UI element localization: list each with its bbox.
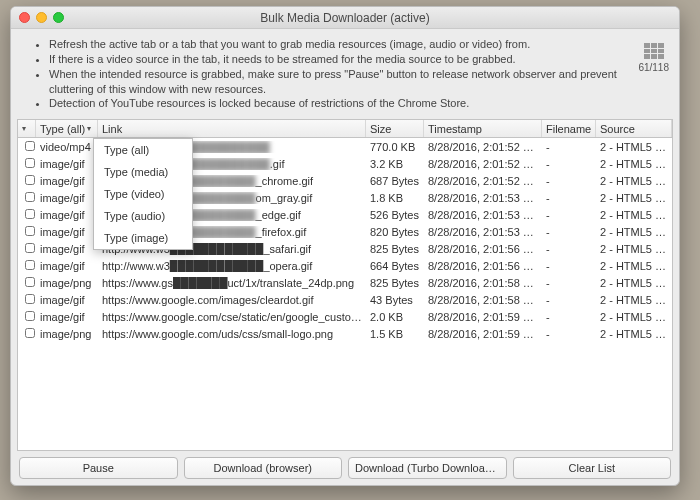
row-checkbox[interactable] (25, 294, 35, 304)
cell-type: image/png (36, 277, 98, 289)
titlebar: Bulk Media Downloader (active) (11, 7, 679, 29)
cell-source: 2 - HTML5 Video (596, 243, 672, 255)
table-row[interactable]: image/pnghttps://www.gs███████uct/1x/tra… (18, 274, 672, 291)
column-checkbox[interactable]: ▾ (18, 120, 36, 137)
cell-type: image/gif (36, 175, 98, 187)
row-checkbox[interactable] (25, 141, 35, 151)
cell-timestamp: 8/28/2016, 2:01:59 PM (424, 311, 542, 323)
download-tdm-button[interactable]: Download (Turbo Download Mana... (348, 457, 507, 479)
clear-list-button[interactable]: Clear List (513, 457, 672, 479)
row-checkbox[interactable] (25, 243, 35, 253)
table-row[interactable]: image/gifhttps://www.google.com/images/c… (18, 291, 672, 308)
cell-filename: - (542, 243, 596, 255)
row-checkbox[interactable] (25, 175, 35, 185)
cell-timestamp: 8/28/2016, 2:01:52 PM (424, 158, 542, 170)
cell-filename: - (542, 158, 596, 170)
instruction-item: Refresh the active tab or a tab that you… (49, 37, 619, 52)
instructions-panel: Refresh the active tab or a tab that you… (11, 29, 679, 119)
cell-source: 2 - HTML5 Video (596, 294, 672, 306)
cell-timestamp: 8/28/2016, 2:01:58 PM (424, 294, 542, 306)
cell-source: 2 - HTML5 Video (596, 328, 672, 340)
column-type-label: Type (all) (40, 123, 85, 135)
cell-timestamp: 8/28/2016, 2:01:56 PM (424, 260, 542, 272)
window-maximize-button[interactable] (53, 12, 64, 23)
window-title: Bulk Media Downloader (active) (11, 11, 679, 25)
cell-link: https://www.google.com/cse/static/en/goo… (98, 311, 366, 323)
cell-size: 2.0 KB (366, 311, 424, 323)
cell-type: image/gif (36, 158, 98, 170)
row-checkbox[interactable] (25, 277, 35, 287)
app-window: Bulk Media Downloader (active) Refresh t… (10, 6, 680, 486)
window-minimize-button[interactable] (36, 12, 47, 23)
instruction-item: When the intended resource is grabbed, m… (49, 67, 619, 97)
cell-size: 825 Bytes (366, 243, 424, 255)
chevron-down-icon: ▾ (87, 124, 91, 133)
row-checkbox[interactable] (25, 192, 35, 202)
cell-link: https://www.gs███████uct/1x/translate_24… (98, 277, 366, 289)
cell-filename: - (542, 277, 596, 289)
type-filter-dropdown: Type (all) Type (media) Type (video) Typ… (93, 138, 193, 250)
dropdown-item-audio[interactable]: Type (audio) (94, 205, 192, 227)
grid-icon (644, 43, 664, 59)
dropdown-item-video[interactable]: Type (video) (94, 183, 192, 205)
media-table: ▾ Type (all) ▾ Link Size Timestamp Filen… (17, 119, 673, 451)
column-type[interactable]: Type (all) ▾ (36, 120, 98, 137)
cell-size: 687 Bytes (366, 175, 424, 187)
cell-source: 2 - HTML5 Video (596, 158, 672, 170)
table-row[interactable]: image/gifhttp://www.w3████████████_opera… (18, 257, 672, 274)
dropdown-item-media[interactable]: Type (media) (94, 161, 192, 183)
row-checkbox[interactable] (25, 158, 35, 168)
cell-link: http://www.w3████████████_opera.gif (98, 260, 366, 272)
cell-timestamp: 8/28/2016, 2:01:53 PM (424, 209, 542, 221)
cell-type: image/gif (36, 311, 98, 323)
cell-filename: - (542, 294, 596, 306)
row-checkbox[interactable] (25, 328, 35, 338)
row-checkbox[interactable] (25, 209, 35, 219)
cell-size: 770.0 KB (366, 141, 424, 153)
cell-size: 825 Bytes (366, 277, 424, 289)
row-checkbox[interactable] (25, 311, 35, 321)
table-row[interactable]: image/gifhttps://www.google.com/cse/stat… (18, 308, 672, 325)
cell-filename: - (542, 141, 596, 153)
cell-timestamp: 8/28/2016, 2:01:59 PM (424, 328, 542, 340)
cell-timestamp: 8/28/2016, 2:01:53 PM (424, 226, 542, 238)
cell-filename: - (542, 226, 596, 238)
column-source[interactable]: Source (596, 120, 672, 137)
column-link[interactable]: Link (98, 120, 366, 137)
table-row[interactable]: image/pnghttps://www.google.com/uds/css/… (18, 325, 672, 342)
cell-type: image/gif (36, 226, 98, 238)
window-close-button[interactable] (19, 12, 30, 23)
dropdown-item-all[interactable]: Type (all) (94, 139, 192, 161)
cell-filename: - (542, 175, 596, 187)
table-header: ▾ Type (all) ▾ Link Size Timestamp Filen… (18, 120, 672, 138)
cell-size: 1.5 KB (366, 328, 424, 340)
column-size[interactable]: Size (366, 120, 424, 137)
cell-size: 3.2 KB (366, 158, 424, 170)
cell-size: 1.8 KB (366, 192, 424, 204)
row-checkbox[interactable] (25, 226, 35, 236)
cell-filename: - (542, 311, 596, 323)
cell-timestamp: 8/28/2016, 2:01:52 PM (424, 175, 542, 187)
counter-widget[interactable]: 61/118 (638, 43, 669, 75)
cell-type: image/gif (36, 294, 98, 306)
cell-size: 526 Bytes (366, 209, 424, 221)
cell-source: 2 - HTML5 Video (596, 141, 672, 153)
cell-timestamp: 8/28/2016, 2:01:58 PM (424, 277, 542, 289)
cell-source: 2 - HTML5 Video (596, 311, 672, 323)
dropdown-item-image[interactable]: Type (image) (94, 227, 192, 249)
cell-filename: - (542, 260, 596, 272)
cell-source: 2 - HTML5 Video (596, 260, 672, 272)
row-checkbox[interactable] (25, 260, 35, 270)
cell-size: 43 Bytes (366, 294, 424, 306)
instruction-item: Detection of YouTube resources is locked… (49, 96, 619, 111)
download-browser-button[interactable]: Download (browser) (184, 457, 343, 479)
cell-link: https://www.google.com/images/cleardot.g… (98, 294, 366, 306)
cell-timestamp: 8/28/2016, 2:01:56 PM (424, 243, 542, 255)
pause-button[interactable]: Pause (19, 457, 178, 479)
cell-source: 2 - HTML5 Video (596, 226, 672, 238)
column-filename[interactable]: Filename (542, 120, 596, 137)
cell-timestamp: 8/28/2016, 2:01:53 PM (424, 192, 542, 204)
column-timestamp[interactable]: Timestamp (424, 120, 542, 137)
footer-toolbar: Pause Download (browser) Download (Turbo… (11, 451, 679, 485)
cell-link: https://www.google.com/uds/css/small-log… (98, 328, 366, 340)
